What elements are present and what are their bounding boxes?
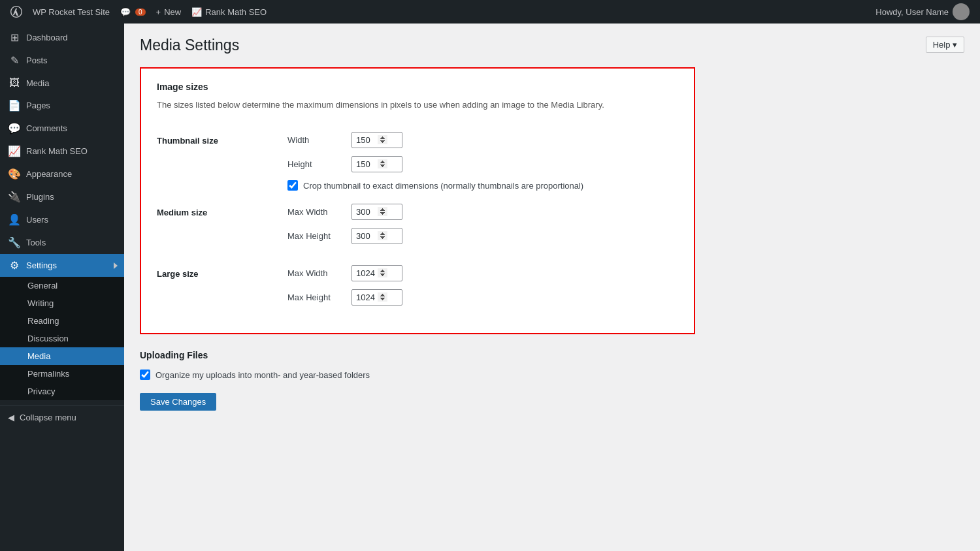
uploading-files-section: Uploading Files Organize my uploads into… — [140, 350, 695, 411]
submenu-item-discussion[interactable]: Discussion — [0, 330, 124, 347]
user-greeting[interactable]: Howdy, User Name — [870, 3, 975, 20]
thumbnail-width-row: Width — [287, 132, 678, 148]
large-max-height-label: Max Height — [287, 292, 346, 302]
large-max-width-label: Max Width — [287, 268, 346, 278]
settings-icon: ⚙ — [8, 259, 21, 272]
appearance-icon: 🎨 — [8, 168, 21, 180]
submenu-item-media[interactable]: Media — [0, 347, 124, 365]
medium-width-row: Max Width — [287, 204, 678, 220]
submenu-item-writing[interactable]: Writing — [0, 294, 124, 312]
media-icon: 🖼 — [8, 77, 21, 89]
sidebar-item-settings[interactable]: ⚙ Settings — [0, 254, 124, 277]
large-label: Large size — [157, 259, 287, 320]
pages-icon: 📄 — [8, 99, 21, 112]
sidebar-item-posts[interactable]: ✎ Posts — [0, 49, 124, 72]
thumbnail-label: Thumbnail size — [157, 125, 287, 197]
rank-math-icon: 📈 — [8, 145, 21, 157]
tools-icon: 🔧 — [8, 236, 21, 249]
sidebar-item-rank-math[interactable]: 📈 Rank Math SEO — [0, 140, 124, 163]
collapse-menu-button[interactable]: ◀ Collapse menu — [0, 405, 124, 429]
site-name[interactable]: WP Rocket Test Site — [27, 0, 115, 24]
main-content: Media Settings Help ▾ Image sizes The si… — [124, 24, 980, 551]
medium-size-row: Medium size Max Width Max Height — [157, 197, 678, 259]
upload-organize-row: Organize my uploads into month- and year… — [140, 370, 695, 380]
medium-height-input[interactable] — [351, 228, 402, 244]
thumbnail-crop-label[interactable]: Crop thumbnail to exact dimensions (norm… — [303, 181, 583, 191]
wp-logo[interactable] — [5, 0, 27, 24]
sidebar-item-plugins[interactable]: 🔌 Plugins — [0, 185, 124, 208]
sidebar-item-tools[interactable]: 🔧 Tools — [0, 231, 124, 254]
sidebar-item-comments[interactable]: 💬 Comments — [0, 117, 124, 140]
settings-submenu: General Writing Reading Discussion Media… — [0, 277, 124, 400]
submenu-item-permalinks[interactable]: Permalinks — [0, 365, 124, 383]
chevron-right-icon — [114, 262, 118, 269]
sidebar-item-pages[interactable]: 📄 Pages — [0, 94, 124, 117]
image-sizes-section: Image sizes The sizes listed below deter… — [140, 67, 695, 334]
sidebar-item-users[interactable]: 👤 Users — [0, 208, 124, 231]
image-sizes-description: The sizes listed below determine the max… — [157, 100, 678, 110]
comments-icon: 💬 — [8, 122, 21, 134]
thumbnail-height-row: Height — [287, 156, 678, 172]
large-height-spinner — [351, 289, 402, 306]
posts-icon: ✎ — [8, 54, 21, 67]
admin-bar: WP Rocket Test Site 💬 0 + New 📈 Rank Mat… — [0, 0, 980, 24]
image-sizes-title: Image sizes — [157, 82, 678, 92]
large-height-row: Max Height — [287, 289, 678, 306]
plugins-icon: 🔌 — [8, 191, 21, 203]
thumbnail-row: Thumbnail size Width Height — [157, 125, 678, 197]
sidebar-item-media[interactable]: 🖼 Media — [0, 72, 124, 94]
avatar — [953, 3, 970, 20]
collapse-icon: ◀ — [8, 413, 14, 422]
medium-height-spinner — [351, 228, 402, 244]
submenu-item-privacy[interactable]: Privacy — [0, 383, 124, 400]
medium-width-spinner — [351, 204, 402, 220]
rank-math-link[interactable]: 📈 Rank Math SEO — [186, 0, 272, 24]
sidebar: ⊞ Dashboard ✎ Posts 🖼 Media 📄 Pages 💬 Co… — [0, 24, 124, 551]
thumbnail-height-input[interactable] — [351, 156, 402, 172]
organize-uploads-checkbox[interactable] — [140, 370, 150, 380]
large-width-spinner — [351, 265, 402, 281]
medium-label: Medium size — [157, 197, 287, 259]
sidebar-item-dashboard[interactable]: ⊞ Dashboard — [0, 26, 124, 49]
thumbnail-height-label: Height — [287, 159, 346, 169]
save-changes-button[interactable]: Save Changes — [140, 393, 216, 411]
thumbnail-crop-row: Crop thumbnail to exact dimensions (norm… — [287, 180, 678, 191]
image-sizes-table: Thumbnail size Width Height — [157, 125, 678, 320]
submenu-item-general[interactable]: General — [0, 277, 124, 294]
large-width-input[interactable] — [351, 265, 402, 281]
thumbnail-width-input[interactable] — [351, 132, 402, 148]
thumbnail-height-spinner — [351, 156, 402, 172]
comments-link[interactable]: 💬 0 — [115, 0, 151, 24]
medium-height-row: Max Height — [287, 228, 678, 244]
large-width-row: Max Width — [287, 265, 678, 281]
thumbnail-width-label: Width — [287, 135, 346, 145]
medium-max-width-label: Max Width — [287, 207, 346, 217]
organize-uploads-label[interactable]: Organize my uploads into month- and year… — [155, 370, 370, 380]
thumbnail-width-spinner — [351, 132, 402, 148]
sidebar-item-appearance[interactable]: 🎨 Appearance — [0, 163, 124, 185]
page-title: Media Settings — [140, 37, 964, 54]
new-content[interactable]: + New — [151, 0, 187, 24]
large-size-row: Large size Max Width Max Height — [157, 259, 678, 320]
medium-width-input[interactable] — [351, 204, 402, 220]
help-button[interactable]: Help ▾ — [926, 37, 964, 53]
thumbnail-crop-checkbox[interactable] — [287, 180, 298, 191]
users-icon: 👤 — [8, 213, 21, 226]
medium-max-height-label: Max Height — [287, 231, 346, 241]
submenu-item-reading[interactable]: Reading — [0, 312, 124, 330]
large-height-input[interactable] — [351, 289, 402, 306]
uploading-files-title: Uploading Files — [140, 350, 695, 360]
dashboard-icon: ⊞ — [8, 31, 21, 44]
